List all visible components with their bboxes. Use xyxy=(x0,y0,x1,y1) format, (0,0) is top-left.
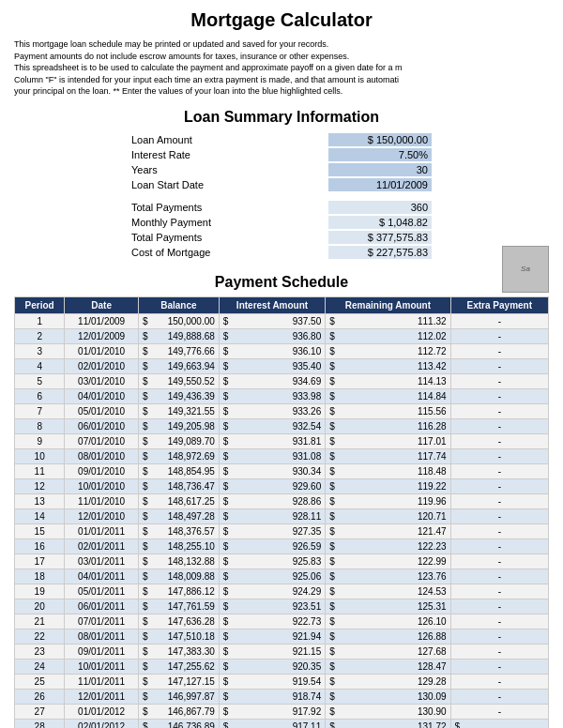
cell-extra[interactable]: - xyxy=(450,508,548,523)
cell-extra[interactable]: - xyxy=(450,433,548,448)
cell-extra[interactable]: - xyxy=(450,313,548,328)
monthly-payment-label: Monthly Payment xyxy=(131,217,328,228)
cell-remaining: $126.88 xyxy=(326,629,450,644)
cell-extra[interactable]: - xyxy=(450,554,548,569)
cell-remaining: $120.71 xyxy=(326,508,450,523)
cell-extra[interactable]: - xyxy=(450,343,548,358)
start-date-value[interactable]: 11/01/2009 xyxy=(328,178,432,191)
cell-interest: $918.74 xyxy=(219,689,325,704)
table-row: 2410/01/2011$147,255.62$920.35$128.47- xyxy=(15,659,549,674)
cell-date: 08/01/2010 xyxy=(65,448,139,463)
cell-interest: $921.94 xyxy=(219,629,325,644)
cell-extra[interactable]: - xyxy=(450,478,548,493)
cell-period: 5 xyxy=(15,373,65,388)
interest-rate-value[interactable]: 7.50% xyxy=(328,148,432,161)
cell-period: 7 xyxy=(15,403,65,418)
save-stamp[interactable]: Sa xyxy=(502,246,549,293)
loan-row-rate: Interest Rate 7.50% xyxy=(131,148,432,161)
cell-balance: $149,776.66 xyxy=(138,343,219,358)
payment-schedule-header-area: Payment Schedule Sa xyxy=(14,274,549,291)
cell-extra[interactable]: - xyxy=(450,599,548,614)
loan-row-cost-of-mortgage: Cost of Mortgage $ 227,575.83 xyxy=(131,246,432,259)
cell-extra[interactable]: - xyxy=(450,704,548,719)
table-row: 301/01/2010$149,776.66$936.10$112.72- xyxy=(15,343,549,358)
cell-date: 03/01/2010 xyxy=(65,373,139,388)
cell-extra[interactable]: - xyxy=(450,569,548,584)
cell-extra[interactable]: - xyxy=(450,403,548,418)
cell-extra[interactable]: - xyxy=(450,584,548,599)
total-payments-amount-value: $ 377,575.83 xyxy=(328,231,432,244)
table-row: 705/01/2010$149,321.55$933.26$115.56- xyxy=(15,403,549,418)
cell-extra[interactable]: - xyxy=(450,674,548,689)
table-row: 2802/01/2012$146,736.89$917.11$131.72$ xyxy=(15,719,549,728)
cell-period: 6 xyxy=(15,388,65,403)
cell-remaining: $112.02 xyxy=(326,328,450,343)
cell-extra[interactable]: - xyxy=(450,614,548,629)
cell-interest: $933.98 xyxy=(219,388,325,403)
cell-extra[interactable]: - xyxy=(450,493,548,508)
cell-extra[interactable]: - xyxy=(450,358,548,373)
cell-remaining: $130.90 xyxy=(326,704,450,719)
loan-amount-value[interactable]: $ 150,000.00 xyxy=(328,133,432,146)
total-payments-value: 360 xyxy=(328,201,432,214)
cell-period: 3 xyxy=(15,343,65,358)
cell-remaining: $123.76 xyxy=(326,569,450,584)
cell-interest: $933.26 xyxy=(219,403,325,418)
cell-extra[interactable]: - xyxy=(450,689,548,704)
table-header-row: Period Date Balance Interest Amount Rema… xyxy=(15,296,549,313)
table-row: 503/01/2010$149,550.52$934.69$114.13- xyxy=(15,373,549,388)
cell-period: 26 xyxy=(15,689,65,704)
cell-extra[interactable]: - xyxy=(450,373,548,388)
cell-period: 24 xyxy=(15,659,65,674)
interest-rate-label: Interest Rate xyxy=(131,149,328,160)
cell-period: 9 xyxy=(15,433,65,448)
cell-extra[interactable]: - xyxy=(450,644,548,659)
cell-period: 23 xyxy=(15,644,65,659)
cell-remaining: $122.23 xyxy=(326,538,450,554)
cell-interest: $927.35 xyxy=(219,523,325,538)
cell-extra[interactable]: - xyxy=(450,629,548,644)
cell-balance: $147,255.62 xyxy=(138,659,219,674)
table-row: 2309/01/2011$147,383.30$921.15$127.68- xyxy=(15,644,549,659)
cell-period: 8 xyxy=(15,418,65,433)
cell-date: 12/01/2011 xyxy=(65,689,139,704)
cell-period: 19 xyxy=(15,584,65,599)
page-title: Mortgage Calculator xyxy=(14,9,549,31)
col-date: Date xyxy=(65,296,139,313)
cell-extra[interactable]: - xyxy=(450,328,548,343)
cell-extra[interactable]: - xyxy=(450,418,548,433)
cell-period: 15 xyxy=(15,523,65,538)
cell-interest: $920.35 xyxy=(219,659,325,674)
cell-interest: $929.60 xyxy=(219,478,325,493)
cell-balance: $146,867.79 xyxy=(138,704,219,719)
table-row: 111/01/2009$150,000.00$937.50$111.32- xyxy=(15,313,549,328)
cell-extra[interactable]: - xyxy=(450,463,548,478)
cost-of-mortgage-label: Cost of Mortgage xyxy=(131,247,328,258)
table-row: 806/01/2010$149,205.98$932.54$116.28- xyxy=(15,418,549,433)
table-row: 1703/01/2011$148,132.88$925.83$122.99- xyxy=(15,554,549,569)
cell-extra[interactable]: - xyxy=(450,538,548,554)
cell-extra[interactable]: - xyxy=(450,659,548,674)
cell-interest: $921.15 xyxy=(219,644,325,659)
table-row: 2701/01/2012$146,867.79$917.92$130.90- xyxy=(15,704,549,719)
cell-balance: $146,997.87 xyxy=(138,689,219,704)
cell-period: 11 xyxy=(15,463,65,478)
cell-period: 22 xyxy=(15,629,65,644)
loan-row-years: Years 30 xyxy=(131,163,432,176)
cell-interest: $930.34 xyxy=(219,463,325,478)
cell-balance: $147,127.15 xyxy=(138,674,219,689)
cell-interest: $925.83 xyxy=(219,554,325,569)
cell-period: 18 xyxy=(15,569,65,584)
table-row: 1412/01/2010$148,497.28$928.11$120.71- xyxy=(15,508,549,523)
cell-extra[interactable]: $ xyxy=(450,719,548,728)
cell-interest: $931.08 xyxy=(219,448,325,463)
cell-interest: $934.69 xyxy=(219,373,325,388)
loan-row-start-date: Loan Start Date 11/01/2009 xyxy=(131,178,432,191)
years-value[interactable]: 30 xyxy=(328,163,432,176)
table-row: 1501/01/2011$148,376.57$927.35$121.47- xyxy=(15,523,549,538)
col-remaining: Remaining Amount xyxy=(326,296,450,313)
cell-extra[interactable]: - xyxy=(450,388,548,403)
cell-extra[interactable]: - xyxy=(450,523,548,538)
cell-extra[interactable]: - xyxy=(450,448,548,463)
cell-period: 25 xyxy=(15,674,65,689)
